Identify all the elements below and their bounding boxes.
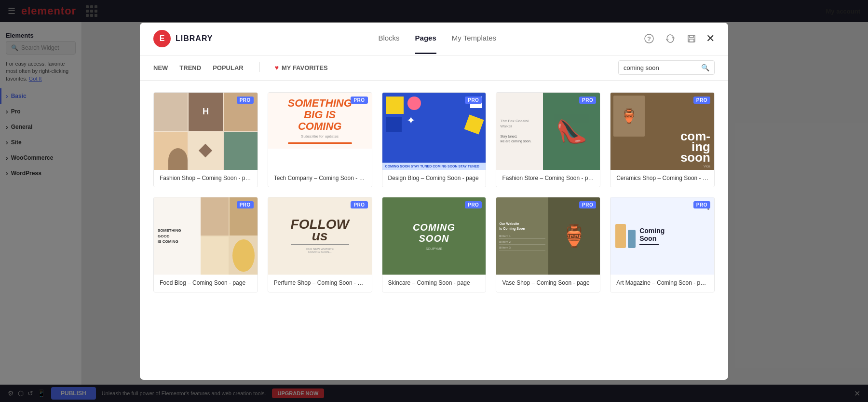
tab-my-templates[interactable]: My Templates <box>452 23 496 54</box>
template-info-8: Skincare – Coming Soon - page <box>382 275 486 292</box>
template-name-1: Fashion Shop – Coming Soon - page <box>160 175 252 182</box>
pro-badge-8: PRO <box>465 201 482 208</box>
tab-blocks[interactable]: Blocks <box>378 23 399 54</box>
favorites-label: MY FAVORITES <box>282 64 328 71</box>
template-name-5: Ceramics Shop – Coming Soon - pa... <box>616 175 708 182</box>
template-card-design-blog[interactable]: ✦ COMING SOON STAY TUNED COMING SOON STA… <box>382 92 487 188</box>
template-thumbnail-10: ComingSoon PRO <box>610 197 714 275</box>
template-name-3: Design Blog – Coming Soon - page <box>388 175 480 182</box>
library-logo: E LIBRARY <box>153 30 213 47</box>
filter-popular[interactable]: POPULAR <box>213 62 244 73</box>
heart-icon: ♥ <box>275 64 279 71</box>
template-card-tech-company[interactable]: SOMETHINGBIG ISCOMING Subscribe for upda… <box>268 92 372 188</box>
svg-rect-4 <box>689 39 694 42</box>
svg-text:?: ? <box>647 35 651 42</box>
template-name-7: Perfume Shop – Coming Soon - page <box>274 279 366 287</box>
template-thumbnail-8: COMINGSOON SOUPYME PRO <box>382 197 486 275</box>
template-card-skincare[interactable]: COMINGSOON SOUPYME PRO Skincare – Coming… <box>382 197 487 292</box>
template-thumbnail-1: H PRO <box>154 93 258 170</box>
search-icon: 🔍 <box>701 64 709 71</box>
pro-badge-3: PRO <box>465 97 482 104</box>
template-card-perfume[interactable]: FOLLOWus OUR NEW WEBSITE COMING SOON... … <box>268 197 372 292</box>
template-info-5: Ceramics Shop – Coming Soon - pa... <box>610 170 714 187</box>
library-title: LIBRARY <box>176 34 213 43</box>
templates-grid-container: H PRO Fashion Sho <box>140 81 728 380</box>
filter-separator <box>259 62 259 72</box>
search-input[interactable] <box>624 64 698 71</box>
template-thumbnail-5: 🏺 com-ingsoon Vida PRO <box>610 93 714 170</box>
info-icon[interactable]: ? <box>642 32 656 45</box>
template-name-2: Tech Company – Coming Soon - pa... <box>274 175 366 182</box>
template-card-fashion-store[interactable]: The Fox Coastal Walker Stay tuned,we are… <box>496 92 600 188</box>
template-card-art-magazine[interactable]: ComingSoon PRO Art Magazine <box>610 197 715 292</box>
template-search[interactable]: 🔍 <box>618 60 715 75</box>
template-card-ceramics[interactable]: 🏺 com-ingsoon Vida PRO Ceramics Shop – C… <box>610 92 715 188</box>
modal-tabs: Blocks Pages My Templates <box>232 23 642 54</box>
template-info-7: Perfume Shop – Coming Soon - page <box>268 275 372 292</box>
template-card-vase[interactable]: Our WebsiteIs Coming Soon ⊞ Item 1 ⊞ Ite… <box>496 197 600 292</box>
template-name-4: Fashion Store – Coming Soon - page <box>502 175 594 182</box>
pro-badge-4: PRO <box>579 97 596 104</box>
refresh-icon[interactable] <box>664 32 677 45</box>
template-info-4: Fashion Store – Coming Soon - page <box>496 170 600 187</box>
filter-new[interactable]: NEW <box>153 62 168 73</box>
template-name-6: Food Blog – Coming Soon - page <box>160 279 252 287</box>
modal-filters: NEW TREND POPULAR ♥ MY FAVORITES 🔍 <box>140 55 728 81</box>
tab-pages[interactable]: Pages <box>415 23 436 54</box>
template-info-9: Vase Shop – Coming Soon - page <box>496 275 600 292</box>
template-thumbnail-6: SOMETHINGGOODIS COMING PRO <box>154 197 258 275</box>
library-logo-icon: E <box>153 30 171 47</box>
save-icon[interactable] <box>685 32 698 45</box>
filter-trend[interactable]: TREND <box>179 62 201 73</box>
template-thumbnail-3: ✦ COMING SOON STAY TUNED COMING SOON STA… <box>382 93 486 170</box>
template-info-10: Art Magazine – Coming Soon - page <box>610 275 714 292</box>
pro-badge-7: PRO <box>351 201 367 208</box>
modal-header: E LIBRARY Blocks Pages My Templates ? <box>140 23 728 55</box>
template-card-fashion-shop[interactable]: H PRO Fashion Sho <box>153 92 258 188</box>
svg-rect-3 <box>690 35 693 38</box>
template-thumbnail-9: Our WebsiteIs Coming Soon ⊞ Item 1 ⊞ Ite… <box>496 197 600 275</box>
template-info-6: Food Blog – Coming Soon - page <box>154 275 258 292</box>
template-info-2: Tech Company – Coming Soon - pa... <box>268 170 372 187</box>
pro-badge: PRO <box>237 97 254 104</box>
template-thumbnail-2: SOMETHINGBIG ISCOMING Subscribe for upda… <box>268 93 372 170</box>
template-name-10: Art Magazine – Coming Soon - page <box>616 279 708 287</box>
modal-header-actions: ? <box>642 32 715 45</box>
pro-badge-9: PRO <box>579 201 596 208</box>
modal-overlay: E LIBRARY Blocks Pages My Templates ? <box>0 0 868 402</box>
template-card-food-blog[interactable]: SOMETHINGGOODIS COMING PRO F <box>153 197 258 292</box>
template-thumbnail-4: The Fox Coastal Walker Stay tuned,we are… <box>496 93 600 170</box>
template-info-3: Design Blog – Coming Soon - page <box>382 170 486 187</box>
pro-badge-2: PRO <box>351 97 367 104</box>
pro-badge-5: PRO <box>693 97 710 104</box>
template-name-8: Skincare – Coming Soon - page <box>388 279 480 287</box>
pro-badge-6: PRO <box>237 201 254 208</box>
template-name-9: Vase Shop – Coming Soon - page <box>502 279 594 287</box>
template-thumbnail-7: FOLLOWus OUR NEW WEBSITE COMING SOON... … <box>268 197 372 275</box>
close-modal-button[interactable]: ✕ <box>706 32 715 45</box>
template-info-1: Fashion Shop – Coming Soon - page <box>154 170 258 187</box>
filter-tabs: NEW TREND POPULAR ♥ MY FAVORITES <box>153 62 618 73</box>
filter-favorites[interactable]: ♥ MY FAVORITES <box>275 62 328 73</box>
templates-grid: H PRO Fashion Sho <box>153 92 715 292</box>
library-modal: E LIBRARY Blocks Pages My Templates ? <box>140 23 728 380</box>
pro-badge-10: PRO <box>693 201 710 208</box>
